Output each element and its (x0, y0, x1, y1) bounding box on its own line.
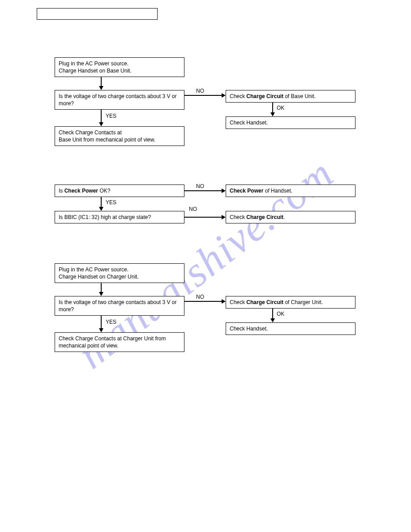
f2-q1-pre: Is (59, 188, 64, 194)
f1-no-line (184, 95, 223, 96)
f2-r2-pre: Check (230, 214, 246, 220)
f2-yes-line (101, 197, 102, 208)
f3-r1-post: of Charger Unit. (283, 299, 323, 305)
f3-no-ah (222, 299, 226, 304)
f3-arrow-1 (101, 283, 102, 293)
f1-yes-ah (99, 122, 103, 126)
f1-yes-label: YES (106, 113, 116, 119)
f2-q2: Is BBIC (IC1: 32) high at charge state? (55, 211, 184, 223)
f1-ok-line (272, 103, 273, 113)
f2-no2-ah (222, 215, 226, 219)
f2-r1-post: of Handset. (263, 188, 292, 194)
f1-step3: Check Charge Contacts at Base Unit from … (55, 126, 184, 146)
f2-no1-label: NO (196, 183, 204, 189)
f1-step1: Plug in the AC Power source. Charge Hand… (55, 57, 184, 77)
f2-no2-label: NO (189, 206, 197, 212)
f3-ah-1 (99, 292, 103, 296)
f3-ok-ah (270, 318, 275, 322)
f1-decision1: Is the voltage of two charge contacts ab… (55, 90, 184, 110)
page: manualshive.com Plug in the AC Power sou… (0, 0, 411, 532)
f3-step3: Check Charge Contacts at Charger Unit fr… (55, 332, 184, 352)
f3-yes-ah (99, 328, 103, 332)
f2-q1: Is Check Power OK? (55, 184, 184, 197)
f3-r2: Check Handset. (226, 322, 355, 335)
f1-arrow-1 (101, 77, 102, 87)
f3-yes-label: YES (106, 319, 116, 325)
f3-r1-bold: Charge Circuit (246, 299, 283, 305)
f1-ok-ah (270, 112, 275, 116)
f1-r1-bold: Charge Circuit (246, 93, 283, 99)
f1-no-label: NO (196, 88, 204, 94)
f2-yes-label: YES (106, 199, 116, 206)
f2-no2-line (184, 217, 223, 218)
f3-r1-pre: Check (230, 299, 246, 305)
f2-r1: Check Power of Handset. (226, 184, 355, 197)
f3-yes-line (101, 316, 102, 329)
f2-r2-post: . (283, 214, 285, 220)
f2-q1-bold: Check Power (64, 188, 98, 194)
f2-r1-bold: Check Power (230, 188, 263, 194)
f3-decision1: Is the voltage of two charge contacts ab… (55, 296, 184, 316)
f2-q1-post: OK? (98, 188, 110, 194)
f1-yes-line (101, 110, 102, 123)
f1-r1-post: of Base Unit. (283, 93, 316, 99)
f1-r1: Check Charge Circuit of Base Unit. (226, 90, 355, 103)
f1-r1-pre: Check (230, 93, 246, 99)
header-box (37, 8, 158, 20)
f3-r1: Check Charge Circuit of Charger Unit. (226, 296, 355, 309)
f3-ok-line (272, 309, 273, 319)
f1-ah-1 (99, 86, 103, 90)
f3-no-line (184, 301, 223, 302)
f1-no-ah (222, 93, 226, 98)
f2-no1-ah (222, 189, 226, 193)
f2-r2-bold: Charge Circuit (246, 214, 283, 220)
f2-r2: Check Charge Circuit. (226, 211, 355, 223)
f1-r2: Check Handset. (226, 116, 355, 129)
f1-ok-label: OK (277, 105, 284, 111)
f3-step1: Plug in the AC Power source. Charge Hand… (55, 263, 184, 283)
f2-no1-line (184, 190, 223, 191)
f3-no-label: NO (196, 294, 204, 300)
f3-ok-label: OK (277, 311, 284, 317)
f2-yes-ah (99, 207, 103, 211)
